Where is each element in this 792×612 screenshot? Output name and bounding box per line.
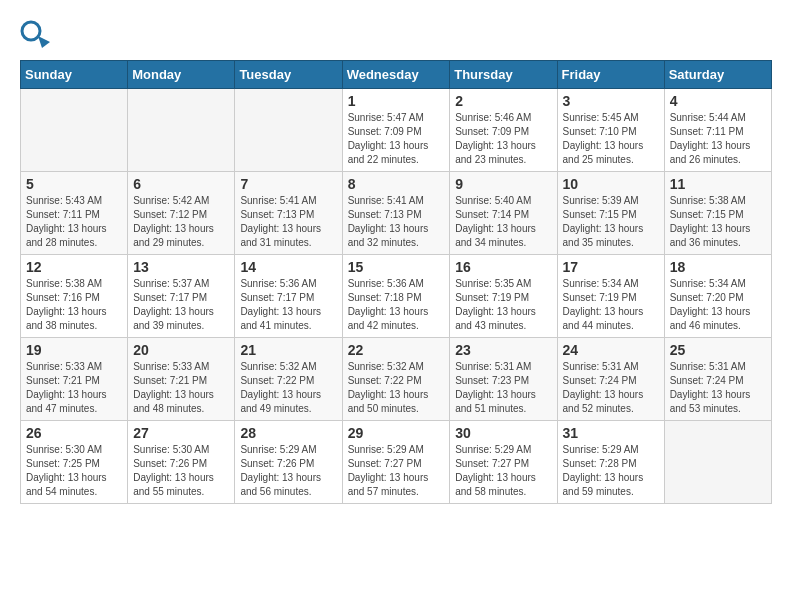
- calendar-cell: 22Sunrise: 5:32 AM Sunset: 7:22 PM Dayli…: [342, 338, 450, 421]
- day-info: Sunrise: 5:39 AM Sunset: 7:15 PM Dayligh…: [563, 194, 659, 250]
- calendar-cell: 9Sunrise: 5:40 AM Sunset: 7:14 PM Daylig…: [450, 172, 557, 255]
- calendar-cell: 18Sunrise: 5:34 AM Sunset: 7:20 PM Dayli…: [664, 255, 771, 338]
- day-number: 12: [26, 259, 122, 275]
- day-number: 26: [26, 425, 122, 441]
- day-number: 13: [133, 259, 229, 275]
- calendar-cell: 7Sunrise: 5:41 AM Sunset: 7:13 PM Daylig…: [235, 172, 342, 255]
- day-number: 5: [26, 176, 122, 192]
- calendar-cell: 2Sunrise: 5:46 AM Sunset: 7:09 PM Daylig…: [450, 89, 557, 172]
- calendar-cell: 17Sunrise: 5:34 AM Sunset: 7:19 PM Dayli…: [557, 255, 664, 338]
- day-of-week-header: Tuesday: [235, 61, 342, 89]
- day-number: 25: [670, 342, 766, 358]
- day-info: Sunrise: 5:40 AM Sunset: 7:14 PM Dayligh…: [455, 194, 551, 250]
- day-number: 20: [133, 342, 229, 358]
- day-number: 24: [563, 342, 659, 358]
- calendar-week-row: 26Sunrise: 5:30 AM Sunset: 7:25 PM Dayli…: [21, 421, 772, 504]
- day-info: Sunrise: 5:45 AM Sunset: 7:10 PM Dayligh…: [563, 111, 659, 167]
- calendar-cell: 30Sunrise: 5:29 AM Sunset: 7:27 PM Dayli…: [450, 421, 557, 504]
- day-number: 4: [670, 93, 766, 109]
- calendar-cell: [664, 421, 771, 504]
- calendar-cell: 13Sunrise: 5:37 AM Sunset: 7:17 PM Dayli…: [128, 255, 235, 338]
- day-info: Sunrise: 5:33 AM Sunset: 7:21 PM Dayligh…: [133, 360, 229, 416]
- calendar-cell: 5Sunrise: 5:43 AM Sunset: 7:11 PM Daylig…: [21, 172, 128, 255]
- calendar-cell: 20Sunrise: 5:33 AM Sunset: 7:21 PM Dayli…: [128, 338, 235, 421]
- svg-marker-1: [38, 36, 50, 48]
- day-number: 27: [133, 425, 229, 441]
- day-number: 29: [348, 425, 445, 441]
- day-number: 8: [348, 176, 445, 192]
- day-info: Sunrise: 5:43 AM Sunset: 7:11 PM Dayligh…: [26, 194, 122, 250]
- day-number: 23: [455, 342, 551, 358]
- day-info: Sunrise: 5:42 AM Sunset: 7:12 PM Dayligh…: [133, 194, 229, 250]
- header-row: SundayMondayTuesdayWednesdayThursdayFrid…: [21, 61, 772, 89]
- logo: [20, 20, 54, 50]
- calendar-cell: 6Sunrise: 5:42 AM Sunset: 7:12 PM Daylig…: [128, 172, 235, 255]
- day-info: Sunrise: 5:29 AM Sunset: 7:27 PM Dayligh…: [348, 443, 445, 499]
- day-info: Sunrise: 5:37 AM Sunset: 7:17 PM Dayligh…: [133, 277, 229, 333]
- calendar-cell: 19Sunrise: 5:33 AM Sunset: 7:21 PM Dayli…: [21, 338, 128, 421]
- day-number: 10: [563, 176, 659, 192]
- calendar-week-row: 19Sunrise: 5:33 AM Sunset: 7:21 PM Dayli…: [21, 338, 772, 421]
- day-info: Sunrise: 5:32 AM Sunset: 7:22 PM Dayligh…: [240, 360, 336, 416]
- day-info: Sunrise: 5:38 AM Sunset: 7:15 PM Dayligh…: [670, 194, 766, 250]
- calendar-cell: 24Sunrise: 5:31 AM Sunset: 7:24 PM Dayli…: [557, 338, 664, 421]
- day-info: Sunrise: 5:47 AM Sunset: 7:09 PM Dayligh…: [348, 111, 445, 167]
- calendar-cell: 25Sunrise: 5:31 AM Sunset: 7:24 PM Dayli…: [664, 338, 771, 421]
- day-info: Sunrise: 5:31 AM Sunset: 7:24 PM Dayligh…: [563, 360, 659, 416]
- calendar-cell: 26Sunrise: 5:30 AM Sunset: 7:25 PM Dayli…: [21, 421, 128, 504]
- calendar-cell: 1Sunrise: 5:47 AM Sunset: 7:09 PM Daylig…: [342, 89, 450, 172]
- calendar-table: SundayMondayTuesdayWednesdayThursdayFrid…: [20, 60, 772, 504]
- day-info: Sunrise: 5:31 AM Sunset: 7:24 PM Dayligh…: [670, 360, 766, 416]
- calendar-cell: 29Sunrise: 5:29 AM Sunset: 7:27 PM Dayli…: [342, 421, 450, 504]
- day-of-week-header: Wednesday: [342, 61, 450, 89]
- day-number: 17: [563, 259, 659, 275]
- calendar-week-row: 1Sunrise: 5:47 AM Sunset: 7:09 PM Daylig…: [21, 89, 772, 172]
- day-info: Sunrise: 5:29 AM Sunset: 7:27 PM Dayligh…: [455, 443, 551, 499]
- day-number: 11: [670, 176, 766, 192]
- day-number: 18: [670, 259, 766, 275]
- day-number: 14: [240, 259, 336, 275]
- calendar-cell: 27Sunrise: 5:30 AM Sunset: 7:26 PM Dayli…: [128, 421, 235, 504]
- day-info: Sunrise: 5:30 AM Sunset: 7:25 PM Dayligh…: [26, 443, 122, 499]
- day-number: 3: [563, 93, 659, 109]
- day-info: Sunrise: 5:34 AM Sunset: 7:20 PM Dayligh…: [670, 277, 766, 333]
- day-number: 30: [455, 425, 551, 441]
- day-number: 16: [455, 259, 551, 275]
- calendar-week-row: 12Sunrise: 5:38 AM Sunset: 7:16 PM Dayli…: [21, 255, 772, 338]
- calendar-cell: 14Sunrise: 5:36 AM Sunset: 7:17 PM Dayli…: [235, 255, 342, 338]
- day-number: 6: [133, 176, 229, 192]
- day-info: Sunrise: 5:30 AM Sunset: 7:26 PM Dayligh…: [133, 443, 229, 499]
- day-info: Sunrise: 5:44 AM Sunset: 7:11 PM Dayligh…: [670, 111, 766, 167]
- day-of-week-header: Friday: [557, 61, 664, 89]
- day-of-week-header: Monday: [128, 61, 235, 89]
- day-info: Sunrise: 5:31 AM Sunset: 7:23 PM Dayligh…: [455, 360, 551, 416]
- day-info: Sunrise: 5:36 AM Sunset: 7:18 PM Dayligh…: [348, 277, 445, 333]
- calendar-cell: 23Sunrise: 5:31 AM Sunset: 7:23 PM Dayli…: [450, 338, 557, 421]
- day-number: 1: [348, 93, 445, 109]
- day-of-week-header: Thursday: [450, 61, 557, 89]
- day-info: Sunrise: 5:33 AM Sunset: 7:21 PM Dayligh…: [26, 360, 122, 416]
- calendar-week-row: 5Sunrise: 5:43 AM Sunset: 7:11 PM Daylig…: [21, 172, 772, 255]
- calendar-cell: 28Sunrise: 5:29 AM Sunset: 7:26 PM Dayli…: [235, 421, 342, 504]
- day-number: 21: [240, 342, 336, 358]
- day-info: Sunrise: 5:41 AM Sunset: 7:13 PM Dayligh…: [348, 194, 445, 250]
- day-info: Sunrise: 5:35 AM Sunset: 7:19 PM Dayligh…: [455, 277, 551, 333]
- calendar-cell: 11Sunrise: 5:38 AM Sunset: 7:15 PM Dayli…: [664, 172, 771, 255]
- calendar-cell: 4Sunrise: 5:44 AM Sunset: 7:11 PM Daylig…: [664, 89, 771, 172]
- calendar-cell: 15Sunrise: 5:36 AM Sunset: 7:18 PM Dayli…: [342, 255, 450, 338]
- day-of-week-header: Saturday: [664, 61, 771, 89]
- calendar-cell: [21, 89, 128, 172]
- day-number: 31: [563, 425, 659, 441]
- day-info: Sunrise: 5:29 AM Sunset: 7:28 PM Dayligh…: [563, 443, 659, 499]
- calendar-cell: 3Sunrise: 5:45 AM Sunset: 7:10 PM Daylig…: [557, 89, 664, 172]
- day-info: Sunrise: 5:38 AM Sunset: 7:16 PM Dayligh…: [26, 277, 122, 333]
- day-info: Sunrise: 5:41 AM Sunset: 7:13 PM Dayligh…: [240, 194, 336, 250]
- calendar-cell: 8Sunrise: 5:41 AM Sunset: 7:13 PM Daylig…: [342, 172, 450, 255]
- day-of-week-header: Sunday: [21, 61, 128, 89]
- day-number: 15: [348, 259, 445, 275]
- calendar-cell: 12Sunrise: 5:38 AM Sunset: 7:16 PM Dayli…: [21, 255, 128, 338]
- svg-point-0: [22, 22, 40, 40]
- day-info: Sunrise: 5:46 AM Sunset: 7:09 PM Dayligh…: [455, 111, 551, 167]
- logo-icon: [20, 20, 50, 50]
- day-info: Sunrise: 5:32 AM Sunset: 7:22 PM Dayligh…: [348, 360, 445, 416]
